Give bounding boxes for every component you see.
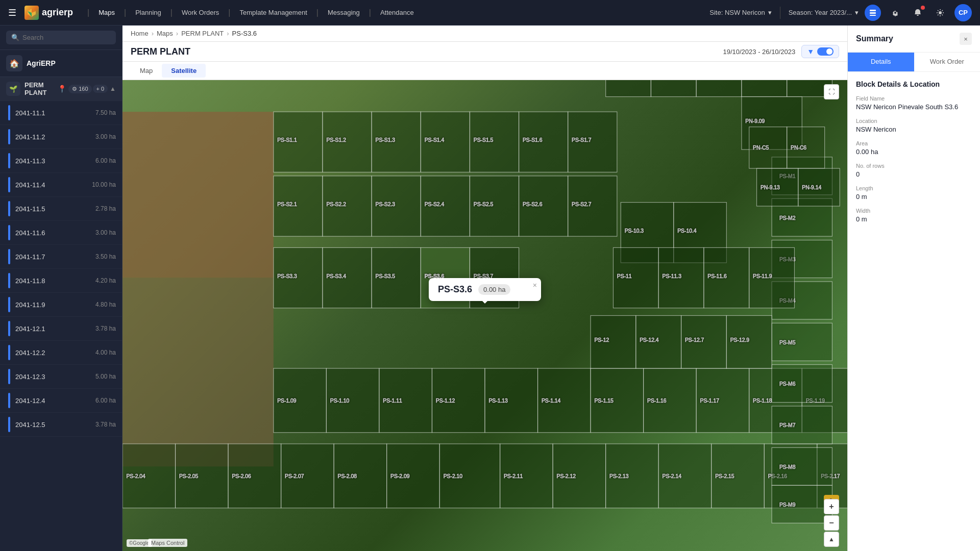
popup-area: 0.00 ha: [478, 284, 510, 295]
sidebar-group-row[interactable]: 🌱 PERM PLANT 📍 ⚙ 160 + 0 ▲: [0, 77, 122, 101]
svg-text:PS-S3.4: PS-S3.4: [326, 273, 346, 279]
svg-rect-97: [606, 80, 651, 97]
map-container[interactable]: PS-S1.1 PS-S1.2 PS-S1.3 PS-S1.4 PS-S1.5 …: [122, 80, 847, 551]
map-expand-btn[interactable]: ⛶: [824, 84, 839, 99]
svg-text:PS-S1.3: PS-S1.3: [376, 137, 396, 143]
nav-planning[interactable]: Planning: [132, 7, 164, 18]
user-avatar[interactable]: CP: [954, 4, 972, 21]
popup-close-btn[interactable]: ×: [533, 281, 537, 289]
list-item[interactable]: 2041-11.6 3.00 ha: [0, 221, 122, 245]
list-item[interactable]: 2041-11.1 7.50 ha: [0, 101, 122, 125]
breadcrumb-maps[interactable]: Maps: [157, 30, 173, 37]
gear-icon-btn[interactable]: [932, 5, 948, 21]
list-item[interactable]: 2041-11.7 3.50 ha: [0, 245, 122, 269]
svg-text:PS-S2.2: PS-S2.2: [326, 202, 346, 207]
filter-toggle[interactable]: ▼: [801, 45, 839, 58]
toggle-switch[interactable]: [817, 47, 834, 56]
location-icon[interactable]: 📍: [58, 85, 66, 93]
breadcrumb-perm-plant[interactable]: PERM PLANT: [181, 30, 224, 37]
detail-label: Area: [856, 140, 972, 146]
svg-text:PS-M9: PS-M9: [779, 502, 796, 508]
list-item-indicator: [8, 177, 10, 192]
map-header: PERM PLANT 19/10/2023 - 26/10/2023 ▼: [122, 42, 847, 62]
group-icon: 🌱: [6, 82, 20, 96]
app-name: agrierp: [42, 7, 73, 18]
tab-details[interactable]: Details: [848, 53, 914, 71]
maps-control-label[interactable]: Maps Control: [148, 539, 187, 547]
right-panel: Summary × Details Work Order Block Detai…: [847, 26, 980, 551]
search-input[interactable]: [22, 34, 111, 41]
detail-row: Area 0.00 ha: [856, 140, 972, 156]
list-item-size: 7.50 ha: [95, 109, 116, 116]
sep3: |: [170, 8, 173, 17]
svg-text:PS-10.4: PS-10.4: [677, 228, 697, 234]
list-item-name: 2041-12.2: [15, 349, 95, 357]
list-item[interactable]: 2041-11.5 2.78 ha: [0, 197, 122, 221]
list-item[interactable]: 2041-12.3 5.00 ha: [0, 365, 122, 389]
detail-label: Width: [856, 208, 972, 214]
list-item[interactable]: 2041-11.8 4.20 ha: [0, 269, 122, 293]
svg-text:PS-S1.2: PS-S1.2: [326, 137, 346, 143]
list-item[interactable]: 2041-12.5 3.78 ha: [0, 413, 122, 437]
list-item-name: 2041-11.8: [15, 277, 95, 285]
season-selector[interactable]: Season: Year 2023/... ▾: [789, 9, 859, 16]
profile-icon-btn[interactable]: [865, 5, 881, 21]
svg-rect-101: [696, 80, 742, 97]
svg-text:PS-11.9: PS-11.9: [753, 273, 772, 279]
expand-icon[interactable]: ▲: [110, 85, 116, 92]
tab-work-order[interactable]: Work Order: [914, 53, 981, 71]
nav-template-mgmt[interactable]: Template Management: [237, 7, 310, 18]
list-item[interactable]: 2041-11.3 6.00 ha: [0, 149, 122, 173]
season-label: Season: Year 2023/...: [789, 9, 852, 16]
nav-maps[interactable]: Maps: [95, 7, 118, 18]
breadcrumb-sep1: ›: [152, 30, 154, 37]
list-item[interactable]: 2041-11.4 10.00 ha: [0, 173, 122, 197]
list-item[interactable]: 2041-12.1 3.78 ha: [0, 317, 122, 341]
svg-rect-3: [870, 10, 876, 11]
nav-work-orders[interactable]: Work Orders: [179, 7, 222, 18]
detail-label: Location: [856, 118, 972, 124]
svg-text:PS-S1.6: PS-S1.6: [523, 137, 543, 143]
breadcrumb-home[interactable]: Home: [131, 30, 149, 37]
svg-rect-5: [870, 15, 876, 16]
list-item-indicator: [8, 225, 10, 240]
list-item-indicator: [8, 105, 10, 120]
svg-text:PS-S1.1: PS-S1.1: [277, 137, 297, 143]
list-item[interactable]: 2041-11.9 4.80 ha: [0, 293, 122, 317]
notification-icon-btn[interactable]: [910, 5, 926, 21]
svg-text:PS-1.16: PS-1.16: [647, 398, 667, 404]
svg-text:PS-12.9: PS-12.9: [730, 337, 750, 343]
menu-icon[interactable]: ☰: [8, 7, 16, 18]
zoom-out-btn[interactable]: −: [824, 515, 839, 531]
panel-close-btn[interactable]: ×: [960, 33, 972, 45]
detail-label: Length: [856, 185, 972, 191]
svg-text:PS-12.4: PS-12.4: [640, 337, 659, 343]
settings-icon-btn[interactable]: [887, 5, 903, 21]
detail-value: 0 m: [856, 193, 972, 201]
list-item[interactable]: 2041-11.2 3.00 ha: [0, 125, 122, 149]
sidebar-brand: 🏠 AgriERP: [0, 50, 122, 77]
map-scroll-up-btn[interactable]: ▲: [824, 532, 839, 547]
detail-value: 0 m: [856, 215, 972, 223]
expand-arrows-icon: ⛶: [828, 88, 835, 95]
site-selector[interactable]: Site: NSW Nericon ▾: [709, 9, 771, 16]
detail-value: 0: [856, 170, 972, 178]
list-item[interactable]: 2041-12.4 6.00 ha: [0, 389, 122, 413]
svg-text:PS-1.14: PS-1.14: [542, 398, 561, 404]
tab-map[interactable]: Map: [131, 64, 162, 78]
season-chevron-icon: ▾: [855, 9, 859, 16]
date-range: 19/10/2023 - 26/10/2023: [723, 48, 795, 56]
list-item-indicator: [8, 321, 10, 336]
avatar-initials: CP: [959, 9, 968, 16]
list-item-size: 4.00 ha: [95, 349, 116, 356]
tab-satellite[interactable]: Satellite: [162, 64, 206, 78]
search-input-wrap[interactable]: 🔍: [6, 31, 116, 44]
svg-text:PS-1.18: PS-1.18: [753, 398, 772, 404]
svg-text:PN-C6: PN-C6: [791, 145, 806, 151]
zoom-in-btn[interactable]: +: [824, 499, 839, 514]
nav-attendance[interactable]: Attendance: [377, 7, 417, 18]
list-item-name: 2041-11.5: [15, 205, 95, 213]
nav-messaging[interactable]: Messaging: [325, 7, 363, 18]
svg-text:PS-M7: PS-M7: [779, 422, 796, 428]
list-item[interactable]: 2041-12.2 4.00 ha: [0, 341, 122, 365]
